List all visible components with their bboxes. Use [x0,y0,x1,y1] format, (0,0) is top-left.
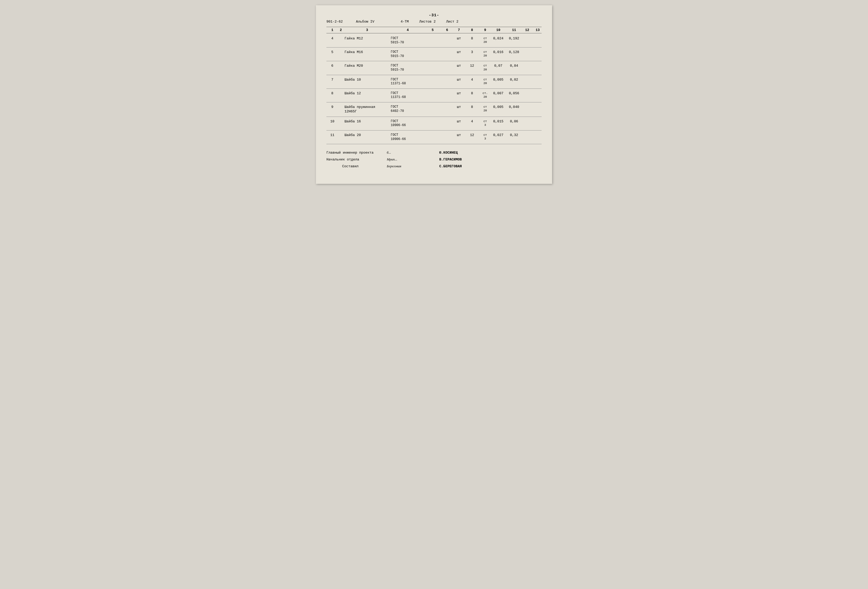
document-page: -31- 901-2-62 Альбом IV 4-ТМ Листов 2 Ли… [316,5,552,184]
item-name: Шайба 12 [344,92,391,96]
gost: ГОСТ10906-66 [391,120,425,127]
material: ст20 [480,78,490,85]
mass-total: 0,056 [506,92,522,96]
table-row: 11Шайба 20ГОСТ10906-66шт12ст30,0270,32 [326,132,542,143]
chief-engineer-label: Главный инженер проекта [326,151,384,155]
unit: шт [454,92,464,96]
row-number: 10 [326,120,338,124]
mass-total: 0,32 [506,133,522,138]
col-header-2: 2 [338,28,344,32]
item-name: Гайка М20 [344,64,391,68]
compiled-signature: Береговая [387,164,429,168]
unit: шт [454,50,464,55]
col-header-9: 9 [480,28,490,32]
document-footer: Главный инженер проекта б... Ю.КОСИНЕЦ Н… [326,151,542,168]
col-header-4: 4 [391,28,425,32]
unit: шт [454,133,464,138]
quantity: 12 [464,133,480,138]
mass-total: 0,192 [506,37,522,41]
mass-unit: 0,027 [490,133,506,138]
row-number: 8 [326,92,338,96]
page-number: -31- [326,13,542,18]
drawing-number: 4-ТМ [401,20,409,24]
quantity: 8 [464,92,480,96]
col-header-10: 10 [490,28,506,32]
compiled-name: С.БЕРЕГОВАЯ [439,164,462,168]
row-number: 9 [326,105,338,110]
quantity: 8 [464,37,480,41]
mass-total: 0,84 [506,64,522,68]
col-header-1: 1 [326,28,338,32]
material: ст20 [480,105,490,112]
item-name: Шайба пружинная 12Н65Г [344,105,391,114]
column-headers: 1 2 3 4 5 6 7 8 9 10 11 12 13 [326,27,542,33]
row-number: 11 [326,133,338,138]
unit: шт [454,78,464,82]
chief-engineer-row: Главный инженер проекта б... Ю.КОСИНЕЦ [326,151,542,155]
compiled-row: Составил Береговая С.БЕРЕГОВАЯ [326,164,542,168]
mass-unit: 0,07 [490,64,506,68]
table-row: 6Гайка М20ГОСТ5915-70шт12ст200,070,84 [326,62,542,74]
table-row: 9Шайба пружинная 12Н65ГГОСТ6402-70шт8ст2… [326,104,542,115]
mass-unit: 0,007 [490,92,506,96]
row-number: 5 [326,50,338,55]
table-row: 10Шайба 16ГОСТ10906-66шт4ст30,0150,06 [326,118,542,129]
dept-head-label: Начальник отдела [326,158,384,161]
quantity: 12 [464,64,480,68]
chief-engineer-signature: б... [387,151,429,155]
quantity: 3 [464,50,480,55]
unit: шт [454,105,464,110]
col-header-11: 11 [506,28,522,32]
table-row: 4Гайка М12ГОСТ5915-70шт8ст200,0240,192 [326,35,542,46]
quantity: 4 [464,120,480,124]
table-row: 7Шайба 10ГОСТ11371-68шт4ст200,0050,02 [326,76,542,87]
row-number: 6 [326,64,338,68]
mass-unit: 0,024 [490,37,506,41]
col-header-5: 5 [425,28,441,32]
mass-unit: 0,015 [490,120,506,124]
item-name: Шайба 16 [344,120,391,124]
mass-unit: 0,005 [490,105,506,110]
col-header-3: 3 [344,28,391,32]
col-header-13: 13 [532,28,543,32]
material: ст20 [480,64,490,71]
material: ст.20 [480,92,490,99]
col-header-6: 6 [441,28,454,32]
gost: ГОСТ11371-68 [391,78,425,86]
col-header-8: 8 [464,28,480,32]
sheet: Лист 2 [446,20,458,24]
compiled-label: Составил [326,164,384,168]
mass-total: 0,06 [506,120,522,124]
mass-unit: 0,016 [490,50,506,55]
unit: шт [454,120,464,124]
col-header-12: 12 [522,28,532,32]
item-name: Гайка М16 [344,50,391,55]
gost: ГОСТ5915-70 [391,50,425,58]
material: ст3 [480,133,490,141]
mass-total: 0,040 [506,105,522,110]
quantity: 4 [464,78,480,82]
col-header-7: 7 [454,28,464,32]
table-row: 8Шайба 12ГОСТ11371-68шт8ст.200,0070,056 [326,90,542,101]
mass-total: 0,02 [506,78,522,82]
gost: ГОСТ10906-66 [391,133,425,141]
mass-total: 0,128 [506,50,522,55]
doc-number: 901-2-62 [326,20,343,24]
item-name: Шайба 20 [344,133,391,138]
unit: шт [454,64,464,68]
gost: ГОСТ5915-70 [391,37,425,44]
table-row: 5Гайка М16ГОСТ5915-70шт3ст200,0160,128 [326,49,542,60]
gost: ГОСТ11371-68 [391,92,425,99]
dept-head-row: Начальник отдела Мрип... В.ГЕРАСИМОВ [326,157,542,161]
material: ст20 [480,37,490,44]
chief-engineer-name: Ю.КОСИНЕЦ [439,151,458,155]
gost: ГОСТ6402-70 [391,105,425,113]
dept-head-signature: Мрип... [387,157,429,161]
material: ст3 [480,120,490,127]
sheets: Листов 2 [419,20,435,24]
row-number: 4 [326,37,338,41]
item-name: Шайба 10 [344,78,391,82]
item-name: Гайка М12 [344,37,391,41]
gost: ГОСТ5915-70 [391,64,425,72]
quantity: 8 [464,105,480,110]
